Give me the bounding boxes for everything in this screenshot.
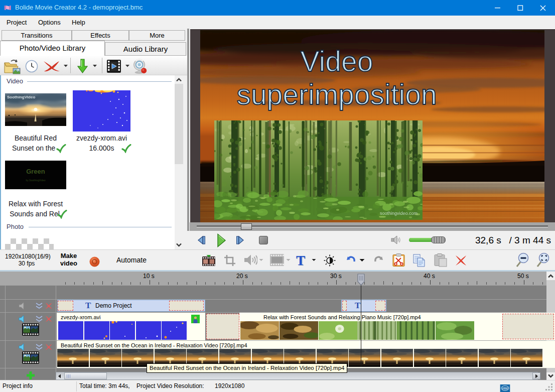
svg-text:by SoothingVideo: by SoothingVideo [26,179,45,182]
svg-text:superimposition: superimposition [236,78,437,110]
svg-text:Video: Video [301,45,373,77]
svg-text:soothingvideo.com: soothingvideo.com [380,211,418,216]
svg-text:intel: intel [502,386,509,390]
svg-text:Green: Green [26,168,45,175]
svg-text:SoothingVideo: SoothingVideo [7,95,35,99]
